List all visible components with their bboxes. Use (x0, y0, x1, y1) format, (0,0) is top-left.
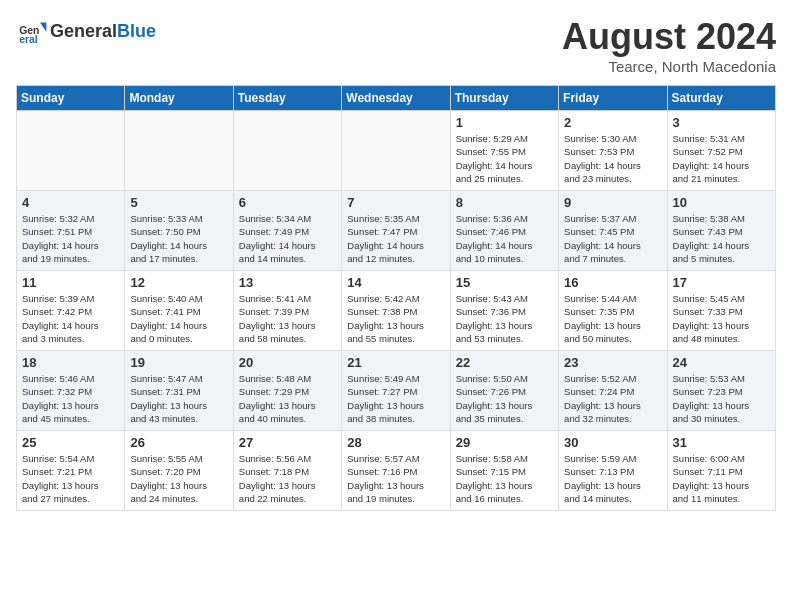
day-info: Sunrise: 5:32 AM Sunset: 7:51 PM Dayligh… (22, 212, 119, 265)
day-info: Sunrise: 5:50 AM Sunset: 7:26 PM Dayligh… (456, 372, 553, 425)
day-info: Sunrise: 5:41 AM Sunset: 7:39 PM Dayligh… (239, 292, 336, 345)
day-cell: 18Sunrise: 5:46 AM Sunset: 7:32 PM Dayli… (17, 351, 125, 431)
logo-blue: Blue (117, 21, 156, 41)
week-row-5: 25Sunrise: 5:54 AM Sunset: 7:21 PM Dayli… (17, 431, 776, 511)
day-cell: 30Sunrise: 5:59 AM Sunset: 7:13 PM Dayli… (559, 431, 667, 511)
day-cell: 13Sunrise: 5:41 AM Sunset: 7:39 PM Dayli… (233, 271, 341, 351)
day-number: 8 (456, 195, 553, 210)
day-number: 1 (456, 115, 553, 130)
day-number: 19 (130, 355, 227, 370)
page-header: Gen eral GeneralBlue August 2024 Tearce,… (16, 16, 776, 75)
day-info: Sunrise: 5:29 AM Sunset: 7:55 PM Dayligh… (456, 132, 553, 185)
day-number: 27 (239, 435, 336, 450)
week-row-3: 11Sunrise: 5:39 AM Sunset: 7:42 PM Dayli… (17, 271, 776, 351)
day-cell: 12Sunrise: 5:40 AM Sunset: 7:41 PM Dayli… (125, 271, 233, 351)
day-number: 23 (564, 355, 661, 370)
day-number: 11 (22, 275, 119, 290)
day-number: 13 (239, 275, 336, 290)
day-info: Sunrise: 5:42 AM Sunset: 7:38 PM Dayligh… (347, 292, 444, 345)
calendar-body: 1Sunrise: 5:29 AM Sunset: 7:55 PM Daylig… (17, 111, 776, 511)
day-info: Sunrise: 5:58 AM Sunset: 7:15 PM Dayligh… (456, 452, 553, 505)
day-cell: 24Sunrise: 5:53 AM Sunset: 7:23 PM Dayli… (667, 351, 775, 431)
logo-icon: Gen eral (16, 16, 48, 48)
day-number: 20 (239, 355, 336, 370)
day-info: Sunrise: 5:38 AM Sunset: 7:43 PM Dayligh… (673, 212, 770, 265)
svg-text:eral: eral (19, 34, 38, 45)
day-header-monday: Monday (125, 86, 233, 111)
day-cell: 11Sunrise: 5:39 AM Sunset: 7:42 PM Dayli… (17, 271, 125, 351)
logo: Gen eral GeneralBlue (16, 16, 156, 48)
month-title: August 2024 (562, 16, 776, 58)
day-info: Sunrise: 5:30 AM Sunset: 7:53 PM Dayligh… (564, 132, 661, 185)
day-number: 26 (130, 435, 227, 450)
day-number: 2 (564, 115, 661, 130)
day-number: 6 (239, 195, 336, 210)
day-cell: 3Sunrise: 5:31 AM Sunset: 7:52 PM Daylig… (667, 111, 775, 191)
day-info: Sunrise: 5:48 AM Sunset: 7:29 PM Dayligh… (239, 372, 336, 425)
day-number: 31 (673, 435, 770, 450)
day-cell: 15Sunrise: 5:43 AM Sunset: 7:36 PM Dayli… (450, 271, 558, 351)
week-row-1: 1Sunrise: 5:29 AM Sunset: 7:55 PM Daylig… (17, 111, 776, 191)
day-header-sunday: Sunday (17, 86, 125, 111)
day-info: Sunrise: 5:56 AM Sunset: 7:18 PM Dayligh… (239, 452, 336, 505)
day-info: Sunrise: 5:45 AM Sunset: 7:33 PM Dayligh… (673, 292, 770, 345)
day-info: Sunrise: 5:53 AM Sunset: 7:23 PM Dayligh… (673, 372, 770, 425)
location: Tearce, North Macedonia (562, 58, 776, 75)
title-block: August 2024 Tearce, North Macedonia (562, 16, 776, 75)
day-cell: 26Sunrise: 5:55 AM Sunset: 7:20 PM Dayli… (125, 431, 233, 511)
day-number: 18 (22, 355, 119, 370)
day-info: Sunrise: 5:47 AM Sunset: 7:31 PM Dayligh… (130, 372, 227, 425)
day-number: 25 (22, 435, 119, 450)
day-number: 3 (673, 115, 770, 130)
day-cell: 4Sunrise: 5:32 AM Sunset: 7:51 PM Daylig… (17, 191, 125, 271)
day-cell: 10Sunrise: 5:38 AM Sunset: 7:43 PM Dayli… (667, 191, 775, 271)
day-cell: 29Sunrise: 5:58 AM Sunset: 7:15 PM Dayli… (450, 431, 558, 511)
day-info: Sunrise: 6:00 AM Sunset: 7:11 PM Dayligh… (673, 452, 770, 505)
day-info: Sunrise: 5:33 AM Sunset: 7:50 PM Dayligh… (130, 212, 227, 265)
day-cell: 27Sunrise: 5:56 AM Sunset: 7:18 PM Dayli… (233, 431, 341, 511)
day-info: Sunrise: 5:40 AM Sunset: 7:41 PM Dayligh… (130, 292, 227, 345)
day-cell: 17Sunrise: 5:45 AM Sunset: 7:33 PM Dayli… (667, 271, 775, 351)
day-info: Sunrise: 5:43 AM Sunset: 7:36 PM Dayligh… (456, 292, 553, 345)
day-header-tuesday: Tuesday (233, 86, 341, 111)
day-info: Sunrise: 5:59 AM Sunset: 7:13 PM Dayligh… (564, 452, 661, 505)
day-info: Sunrise: 5:49 AM Sunset: 7:27 PM Dayligh… (347, 372, 444, 425)
day-cell: 14Sunrise: 5:42 AM Sunset: 7:38 PM Dayli… (342, 271, 450, 351)
day-cell: 6Sunrise: 5:34 AM Sunset: 7:49 PM Daylig… (233, 191, 341, 271)
day-info: Sunrise: 5:37 AM Sunset: 7:45 PM Dayligh… (564, 212, 661, 265)
day-number: 10 (673, 195, 770, 210)
day-info: Sunrise: 5:39 AM Sunset: 7:42 PM Dayligh… (22, 292, 119, 345)
day-number: 29 (456, 435, 553, 450)
day-cell: 2Sunrise: 5:30 AM Sunset: 7:53 PM Daylig… (559, 111, 667, 191)
day-number: 16 (564, 275, 661, 290)
day-header-saturday: Saturday (667, 86, 775, 111)
day-cell: 22Sunrise: 5:50 AM Sunset: 7:26 PM Dayli… (450, 351, 558, 431)
day-number: 12 (130, 275, 227, 290)
week-row-2: 4Sunrise: 5:32 AM Sunset: 7:51 PM Daylig… (17, 191, 776, 271)
day-cell (17, 111, 125, 191)
day-cell: 31Sunrise: 6:00 AM Sunset: 7:11 PM Dayli… (667, 431, 775, 511)
day-info: Sunrise: 5:55 AM Sunset: 7:20 PM Dayligh… (130, 452, 227, 505)
day-number: 5 (130, 195, 227, 210)
day-cell: 9Sunrise: 5:37 AM Sunset: 7:45 PM Daylig… (559, 191, 667, 271)
day-cell: 21Sunrise: 5:49 AM Sunset: 7:27 PM Dayli… (342, 351, 450, 431)
day-cell: 25Sunrise: 5:54 AM Sunset: 7:21 PM Dayli… (17, 431, 125, 511)
day-number: 7 (347, 195, 444, 210)
calendar-header: SundayMondayTuesdayWednesdayThursdayFrid… (17, 86, 776, 111)
day-info: Sunrise: 5:34 AM Sunset: 7:49 PM Dayligh… (239, 212, 336, 265)
day-number: 24 (673, 355, 770, 370)
day-cell: 8Sunrise: 5:36 AM Sunset: 7:46 PM Daylig… (450, 191, 558, 271)
day-header-friday: Friday (559, 86, 667, 111)
day-info: Sunrise: 5:44 AM Sunset: 7:35 PM Dayligh… (564, 292, 661, 345)
calendar-table: SundayMondayTuesdayWednesdayThursdayFrid… (16, 85, 776, 511)
day-number: 30 (564, 435, 661, 450)
day-number: 9 (564, 195, 661, 210)
day-number: 22 (456, 355, 553, 370)
day-cell: 1Sunrise: 5:29 AM Sunset: 7:55 PM Daylig… (450, 111, 558, 191)
day-cell (125, 111, 233, 191)
day-info: Sunrise: 5:57 AM Sunset: 7:16 PM Dayligh… (347, 452, 444, 505)
day-number: 14 (347, 275, 444, 290)
day-info: Sunrise: 5:54 AM Sunset: 7:21 PM Dayligh… (22, 452, 119, 505)
day-info: Sunrise: 5:46 AM Sunset: 7:32 PM Dayligh… (22, 372, 119, 425)
day-header-thursday: Thursday (450, 86, 558, 111)
